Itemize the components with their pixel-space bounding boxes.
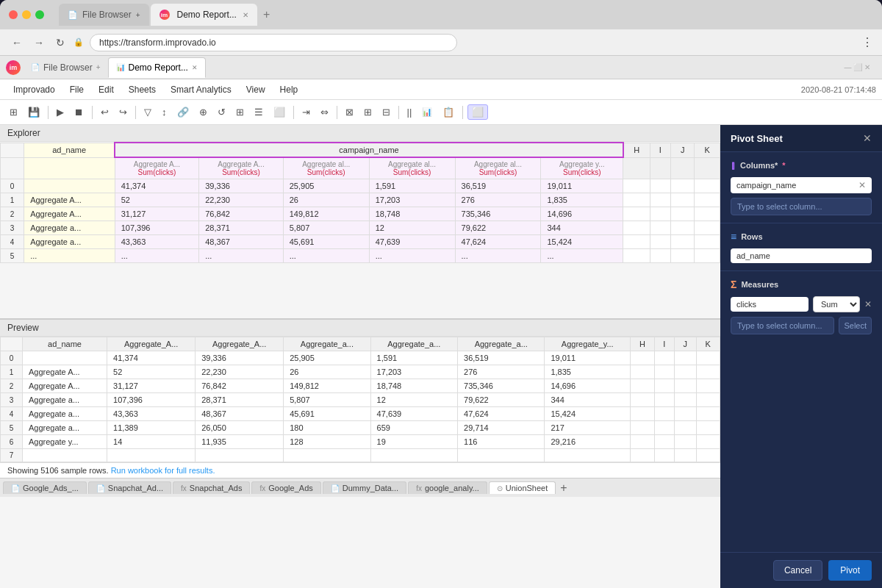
app-tab-file-browser[interactable]: 📄 File Browser + <box>24 57 108 78</box>
preview-v6: 14,696 <box>545 379 631 393</box>
toolbar-chart2-icon[interactable]: ⊞ <box>360 105 376 119</box>
sheet-tab-2[interactable]: fxSnapchat_Ads <box>173 481 250 494</box>
preview-v4: 659 <box>370 421 457 435</box>
forward-button[interactable]: → <box>31 35 47 50</box>
sheet-tab-label-2: Snapchat_Ads <box>190 484 243 492</box>
toolbar-align-icon[interactable]: ⇔ <box>317 105 332 119</box>
toolbar-add-icon[interactable]: ⊕ <box>196 105 211 119</box>
toolbar-stop-icon[interactable]: ⏹ <box>71 105 87 119</box>
toolbar-run-icon[interactable]: ▶ <box>53 105 68 119</box>
browser-more-icon[interactable]: ⋮ <box>861 35 873 49</box>
menu-improvado[interactable]: Improvado <box>6 82 62 98</box>
preview-v6: 19,011 <box>545 351 631 365</box>
sheet-tab-5[interactable]: fxgoogle_analy... <box>408 481 487 494</box>
toolbar-table-icon[interactable]: ⊞ <box>232 105 248 119</box>
j-cell <box>671 193 695 207</box>
run-link[interactable]: Run workbook for full results. <box>111 466 215 475</box>
add-sheet-button[interactable]: + <box>557 481 570 495</box>
v5-cell: 36,519 <box>455 179 541 193</box>
v3-cell: 149,812 <box>283 207 369 221</box>
toolbar-undo-icon[interactable]: ↩ <box>97 105 112 119</box>
demo-report-tab-close[interactable]: ✕ <box>192 64 198 71</box>
close-button[interactable] <box>9 10 18 19</box>
v1-cell: 107,396 <box>115 221 199 235</box>
explorer-table: ad_name campaign_name H I J K <box>0 142 720 263</box>
sheet-tab-label-1: Snapchat_Ad... <box>108 484 163 492</box>
explorer-row: 0 41,374 39,336 25,905 1,591 36,519 19,0… <box>1 179 720 193</box>
preview-v6: 15,424 <box>545 407 631 421</box>
explorer-row: 2 Aggregate A... 31,127 76,842 149,812 1… <box>1 207 720 221</box>
pivot-close-button[interactable]: ✕ <box>863 132 872 144</box>
preview-h <box>630 351 654 365</box>
k-cell <box>695 221 720 235</box>
menu-sheets[interactable]: Sheets <box>121 82 163 98</box>
toolbar-cols-icon[interactable]: || <box>404 105 416 119</box>
toolbar-link-icon[interactable]: 🔗 <box>173 105 193 119</box>
toolbar-sort-icon[interactable]: ↕ <box>158 105 171 119</box>
sheet-tab-label-0: Google_Ads_... <box>23 484 79 492</box>
maximize-button[interactable] <box>35 10 44 19</box>
ad-name-cell: Aggregate a... <box>24 221 115 235</box>
browser-tab-file-browser[interactable]: 📄 File Browser + <box>59 4 149 26</box>
app-tab-demo-report[interactable]: 📊 Demo Report... ✕ <box>108 57 206 78</box>
back-button[interactable]: ← <box>9 35 25 50</box>
measure-remove-button[interactable]: ✕ <box>864 299 872 309</box>
preview-v2: 26,050 <box>196 421 284 435</box>
preview-i <box>655 379 675 393</box>
minimize-button[interactable] <box>22 10 31 19</box>
measure-placeholder[interactable]: Type to select column... <box>731 317 834 334</box>
tab-close-icon[interactable]: ✕ <box>243 11 248 19</box>
toolbar-grid-icon[interactable]: ⊞ <box>6 105 21 119</box>
toolbar-indent-icon[interactable]: ⇥ <box>298 105 314 119</box>
browser-tab-demo-report[interactable]: im Demo Report... ✕ <box>151 4 257 26</box>
preview-v2: 28,371 <box>196 393 284 407</box>
sheet-tab-1[interactable]: 📄Snapchat_Ad... <box>88 481 171 494</box>
preview-k <box>696 449 720 462</box>
toolbar-redo-icon[interactable]: ↪ <box>115 105 131 119</box>
pivot-panel: Pivot Sheet ✕ ⫿ Columns* * campaign_name… <box>720 125 882 588</box>
preview-i <box>655 365 675 379</box>
preview-row-index: 6 <box>1 435 23 449</box>
columns-placeholder[interactable]: Type to select column... <box>731 198 872 215</box>
sheet-tab-0[interactable]: 📄Google_Ads_... <box>3 481 87 494</box>
toolbar-chart3-icon[interactable]: ⊟ <box>379 105 394 119</box>
menu-file[interactable]: File <box>62 82 91 98</box>
toolbar-save-icon[interactable]: 💾 <box>24 105 43 119</box>
i-cell <box>650 249 671 263</box>
sheet-tab-3[interactable]: fxGoogle_Ads <box>251 481 320 494</box>
preview-v3: 25,905 <box>284 351 370 365</box>
toolbar-filter-icon[interactable]: ▽ <box>140 105 155 119</box>
sheet-tab-6[interactable]: ⊙UnionSheet <box>489 481 556 494</box>
measure-aggregation-select[interactable]: Sum Avg Count <box>813 296 860 312</box>
explorer-table-container[interactable]: ad_name campaign_name H I J K <box>0 142 720 318</box>
toolbar-refresh-icon[interactable]: ↺ <box>214 105 229 119</box>
toolbar-box-icon[interactable]: ⬜ <box>270 105 289 119</box>
url-input[interactable] <box>90 34 457 51</box>
i-cell <box>650 179 671 193</box>
preview-header: Preview <box>0 320 720 337</box>
toolbar-report-icon[interactable]: 📋 <box>439 105 458 119</box>
sheet-tab-4[interactable]: 📄Dummy_Data... <box>323 481 406 494</box>
preview-v1: 43,363 <box>107 407 196 421</box>
menu-help[interactable]: Help <box>273 82 306 98</box>
menu-smart-analytics[interactable]: Smart Analytics <box>163 82 239 98</box>
k-cell <box>695 193 720 207</box>
toolbar-menu-icon[interactable]: ☰ <box>251 105 267 119</box>
new-tab-button[interactable]: + <box>259 8 274 21</box>
toolbar-pivot-icon[interactable]: 📊 <box>418 106 436 118</box>
status-bar: Showing 5106 sample rows. Run workbook f… <box>0 462 720 478</box>
refresh-button[interactable]: ↻ <box>53 35 68 50</box>
preview-label: Preview <box>7 323 39 333</box>
menu-edit[interactable]: Edit <box>91 82 121 98</box>
toolbar-panel-icon[interactable]: ⬜ <box>467 104 488 120</box>
pivot-button[interactable]: Pivot <box>828 560 872 581</box>
cancel-button[interactable]: Cancel <box>773 560 822 581</box>
v6-cell: 15,424 <box>541 235 623 249</box>
columns-tag-remove[interactable]: ✕ <box>858 180 866 190</box>
h-cell <box>623 221 650 235</box>
traffic-lights <box>9 10 44 19</box>
preview-table-container[interactable]: ad_nameAggregate_A...Aggregate_A...Aggre… <box>0 337 720 462</box>
explorer-j-sub <box>671 157 695 179</box>
toolbar-chart1-icon[interactable]: ⊠ <box>342 105 357 119</box>
menu-view[interactable]: View <box>239 82 273 98</box>
